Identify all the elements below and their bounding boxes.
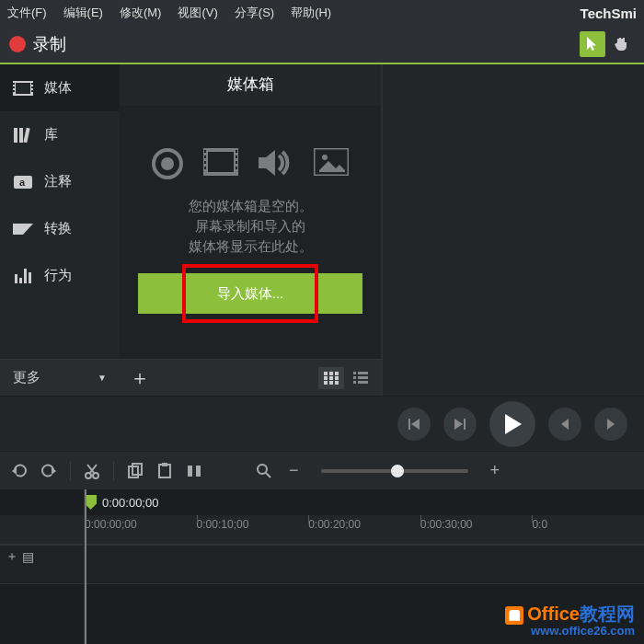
sidebar-more[interactable]: 更多 ▼	[0, 359, 120, 396]
sidebar-item-transitions[interactable]: 转换	[0, 205, 120, 252]
track-controls: ＋ ▤	[0, 545, 644, 583]
image-icon	[314, 148, 349, 176]
svg-rect-14	[15, 274, 17, 283]
svg-marker-53	[505, 414, 522, 434]
svg-rect-37	[324, 376, 328, 380]
record-button[interactable]: 录制	[9, 33, 66, 55]
svg-marker-52	[454, 419, 463, 430]
split-button[interactable]	[186, 463, 202, 479]
list-view-button[interactable]	[348, 367, 374, 389]
zoom-out-button[interactable]: −	[285, 461, 303, 480]
import-media-button[interactable]: 导入媒体...	[138, 273, 362, 314]
svg-rect-7	[31, 90, 33, 92]
playback-controls	[0, 396, 644, 451]
svg-rect-39	[335, 376, 339, 380]
paste-button[interactable]	[156, 463, 173, 479]
chevron-down-icon: ▼	[98, 373, 107, 383]
svg-rect-36	[335, 372, 339, 375]
menu-modify[interactable]: 修改(M)	[120, 5, 162, 21]
menu-edit[interactable]: 编辑(E)	[63, 5, 103, 21]
media-bin-title: 媒体箱	[120, 64, 381, 106]
copy-button[interactable]	[127, 463, 144, 479]
svg-rect-23	[204, 155, 206, 158]
canvas-area[interactable]	[383, 64, 644, 396]
playhead-line[interactable]	[85, 489, 86, 644]
record-circle-icon	[152, 148, 183, 179]
zoom-in-button[interactable]: +	[487, 461, 504, 480]
record-icon	[9, 36, 26, 52]
svg-rect-29	[236, 167, 237, 169]
time-ruler[interactable]: 0:00:00;00 0:00:10;00 0:00:20;00 0:00:30…	[0, 515, 644, 545]
media-footer: ＋	[120, 359, 381, 396]
svg-rect-24	[204, 161, 206, 164]
svg-rect-8	[14, 128, 17, 143]
media-icon	[13, 80, 33, 97]
cut-button[interactable]	[84, 463, 100, 479]
timeline-toolbar: − +	[0, 451, 644, 489]
redo-button[interactable]	[40, 463, 57, 479]
play-button[interactable]	[489, 401, 535, 447]
svg-point-32	[322, 155, 328, 160]
more-label: 更多	[13, 369, 40, 386]
svg-rect-40	[324, 381, 328, 385]
svg-rect-66	[188, 466, 192, 477]
step-forward-button[interactable]	[594, 408, 627, 441]
sidebar-item-media[interactable]: 媒体	[0, 64, 120, 111]
svg-rect-67	[196, 466, 201, 477]
svg-rect-21	[208, 152, 234, 172]
sidebar-item-label: 注释	[44, 173, 72, 190]
svg-rect-22	[204, 150, 206, 153]
add-media-button[interactable]: ＋	[127, 365, 153, 391]
svg-rect-1	[16, 83, 30, 94]
menu-file[interactable]: 文件(F)	[7, 5, 47, 21]
svg-rect-15	[19, 278, 22, 283]
step-back-button[interactable]	[548, 408, 581, 441]
svg-rect-44	[358, 372, 368, 374]
svg-rect-4	[13, 90, 15, 92]
sidebar-item-behaviors[interactable]: 行为	[0, 252, 120, 299]
media-empty-text: 您的媒体箱是空的。 屏幕录制和导入的 媒体将显示在此处。	[120, 196, 381, 257]
toolbar: 录制	[0, 26, 644, 64]
hand-tool[interactable]	[609, 31, 635, 57]
svg-rect-26	[236, 150, 237, 153]
svg-rect-35	[329, 372, 333, 375]
svg-point-68	[258, 465, 267, 474]
undo-button[interactable]	[11, 463, 28, 479]
svg-rect-27	[236, 155, 237, 158]
sidebar-item-label: 转换	[44, 220, 72, 237]
sidebar-item-label: 库	[44, 126, 58, 144]
grid-view-button[interactable]	[318, 367, 344, 389]
cursor-tool[interactable]	[580, 31, 605, 57]
prev-frame-button[interactable]	[397, 408, 431, 441]
library-icon	[13, 127, 33, 144]
svg-marker-33	[319, 161, 345, 172]
svg-rect-16	[24, 269, 27, 283]
svg-rect-17	[29, 272, 31, 283]
menu-help[interactable]: 帮助(H)	[291, 5, 331, 21]
svg-marker-30	[259, 150, 275, 176]
menu-view[interactable]: 视图(V)	[178, 5, 217, 21]
transition-icon	[13, 221, 33, 237]
svg-rect-65	[162, 463, 167, 466]
next-frame-button[interactable]	[443, 408, 477, 441]
sidebar-item-library[interactable]: 库	[0, 111, 120, 158]
sidebar-item-annotations[interactable]: a 注释	[0, 158, 120, 205]
behavior-icon	[13, 268, 33, 284]
svg-rect-64	[159, 465, 170, 477]
media-type-icons	[120, 148, 381, 179]
svg-text:a: a	[19, 177, 26, 188]
watermark: Office教程网 www.office26.com	[505, 604, 635, 638]
svg-rect-34	[324, 372, 328, 375]
svg-rect-42	[335, 381, 339, 385]
svg-rect-47	[353, 381, 356, 384]
audio-icon	[259, 148, 293, 178]
svg-rect-41	[329, 381, 333, 385]
sidebar: 媒体 库 a 注释 转换 行为 更多 ▼	[0, 64, 120, 396]
annotation-icon: a	[13, 174, 33, 190]
svg-rect-3	[13, 86, 15, 88]
brand-label: TechSmi	[581, 6, 637, 21]
zoom-knob[interactable]	[391, 465, 404, 477]
svg-rect-49	[408, 419, 410, 430]
zoom-slider[interactable]	[321, 469, 468, 473]
menu-share[interactable]: 分享(S)	[235, 5, 274, 21]
